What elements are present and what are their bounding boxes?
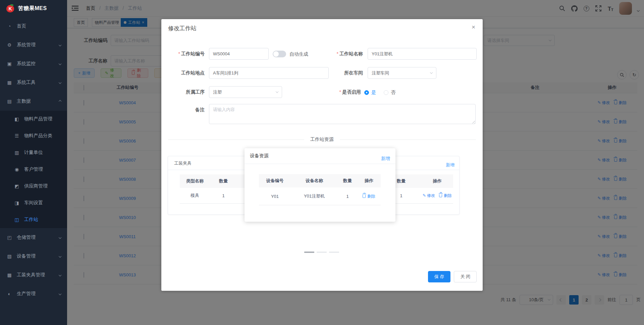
- right-row-delete-link[interactable]: 删除: [439, 193, 452, 199]
- process-label: 所属工序: [161, 86, 205, 98]
- dialog-footer: 保 存 关 闭: [428, 271, 477, 282]
- sidebar-item-warehouse[interactable]: ◰ 仓储管理: [0, 228, 67, 247]
- sidebar-item-label: 计量单位: [24, 150, 43, 156]
- sidebar-item-label: 生产管理: [17, 291, 36, 297]
- fixture-card-title: 工装夹具: [174, 160, 192, 166]
- carousel-dash[interactable]: [329, 252, 339, 253]
- chevron-down-icon: [430, 71, 433, 74]
- remark-textarea[interactable]: [209, 104, 476, 124]
- customer-icon: ◉: [14, 167, 19, 172]
- sidebar-item-production[interactable]: ◐ 生产管理: [0, 284, 67, 303]
- sidebar-item-equipment[interactable]: ▧ 设备管理: [0, 247, 67, 266]
- right-card-add-link[interactable]: 新增: [446, 162, 454, 168]
- trash-icon: [363, 195, 366, 198]
- code-label: *工作站编号: [161, 48, 205, 60]
- enabled-no-radio[interactable]: 否: [384, 90, 395, 96]
- toggle-icon: ◐: [7, 291, 12, 296]
- sidebar-item-measure-unit[interactable]: ▥ 计量单位: [0, 144, 67, 161]
- sidebar-item-label: 系统管理: [17, 42, 36, 48]
- trash-icon: [439, 194, 442, 197]
- sidebar-submenu-master-data: ◧ 物料产品管理 ☰ 物料产品分类 ▥ 计量单位 ◉ 客户管理 ◩ 供应商管理 …: [0, 111, 67, 228]
- sidebar-item-label: 设备管理: [17, 253, 36, 259]
- warehouse-icon: ◰: [7, 235, 12, 240]
- remark-label: 备注: [161, 104, 205, 116]
- chevron-down-icon: [59, 236, 62, 239]
- device-delete-link[interactable]: 删除: [357, 194, 381, 199]
- sidebar-item-material-category[interactable]: ☰ 物料产品分类: [0, 127, 67, 144]
- sidebar-item-label: 物料产品管理: [24, 116, 52, 122]
- device-table: 设备编号 设备名称 数量 操作 Y01 Y01注塑机 1 删除: [259, 174, 381, 205]
- sidebar-item-system-tools[interactable]: ▦ 系统工具: [0, 73, 67, 92]
- workshop-icon: ◨: [14, 200, 19, 206]
- chevron-down-icon: [59, 62, 62, 65]
- app-title: 苦糖果MES: [18, 5, 47, 12]
- sidebar-item-label: 主数据: [17, 98, 31, 104]
- sidebar-item-label: 工装夹具管理: [17, 272, 45, 278]
- workshop-label: 所在车间: [320, 67, 363, 79]
- chevron-down-icon: [59, 255, 62, 258]
- sidebar-item-workstation[interactable]: ◫ 工作站: [0, 211, 67, 228]
- enabled-yes-radio[interactable]: 是: [364, 90, 376, 96]
- sidebar-item-label: 首页: [17, 23, 26, 29]
- sidebar-item-material-product[interactable]: ◧ 物料产品管理: [0, 111, 67, 127]
- sidebar-item-label: 车间设置: [24, 200, 43, 206]
- dashboard-icon: ◔: [7, 23, 12, 29]
- sidebar-item-system-management[interactable]: ⚙ 系统管理: [0, 36, 67, 54]
- lock-icon: ▩: [7, 272, 12, 278]
- enabled-label: *是否启用: [318, 86, 361, 98]
- list-icon: ☰: [14, 133, 19, 139]
- device-panel-title: 设备资源: [250, 153, 269, 159]
- sidebar-item-label: 供应商管理: [24, 183, 48, 189]
- auto-generate-toggle[interactable]: [273, 51, 286, 57]
- name-label: *工作站名称: [320, 48, 363, 60]
- workstation-icon: ◫: [14, 217, 19, 222]
- app-logo-icon: K: [6, 4, 15, 13]
- carousel-dash-active[interactable]: [304, 252, 314, 253]
- workshop-select[interactable]: 注塑车间: [368, 67, 436, 79]
- sidebar-item-master-data[interactable]: ▤ 主数据: [0, 92, 67, 111]
- close-button[interactable]: 关 闭: [454, 271, 477, 282]
- code-input[interactable]: [209, 48, 269, 60]
- auto-generate-label: 自动生成: [289, 51, 308, 57]
- app-logo[interactable]: K 苦糖果MES: [0, 0, 67, 17]
- sidebar-item-label: 客户管理: [24, 166, 43, 172]
- process-select[interactable]: 注塑: [209, 86, 282, 98]
- dialog-close-icon[interactable]: ×: [472, 24, 475, 30]
- sidebar-item-label: 系统监控: [17, 61, 36, 67]
- sidebar-item-label: 物料产品分类: [24, 133, 52, 139]
- sidebar-item-fixture[interactable]: ▩ 工装夹具管理: [0, 266, 67, 284]
- location-input[interactable]: [209, 67, 329, 79]
- layers-icon: ▧: [7, 254, 12, 259]
- document-icon: ▤: [7, 99, 12, 104]
- carousel-dash[interactable]: [317, 252, 327, 253]
- sidebar-item-label: 工作站: [24, 217, 38, 223]
- sidebar-item-label: 仓储管理: [17, 234, 36, 240]
- chevron-down-icon: [276, 90, 279, 93]
- people-icon: ◩: [14, 183, 19, 189]
- sidebar-item-supplier[interactable]: ◩ 供应商管理: [0, 178, 67, 195]
- toolbox-icon: ▦: [7, 80, 12, 85]
- device-add-link[interactable]: 新增: [381, 156, 390, 162]
- name-input[interactable]: [368, 48, 477, 60]
- sidebar-item-customer[interactable]: ◉ 客户管理: [0, 161, 67, 178]
- right-row-edit-link[interactable]: ✎修改: [423, 193, 435, 199]
- chevron-down-icon: [59, 292, 62, 295]
- sidebar: K 苦糖果MES ◔ 首页 ⚙ 系统管理 ▣ 系统监控 ▦ 系统工具 ▤ 主数据…: [0, 0, 67, 325]
- chevron-up-icon: [59, 100, 62, 103]
- monitor-icon: ▣: [7, 61, 12, 66]
- section-title: 工作站资源: [304, 137, 340, 143]
- device-resource-panel: 设备资源 新增 设备编号 设备名称 数量 操作 Y01 Y01注塑机 1 删除: [245, 148, 395, 222]
- device-row: Y01 Y01注塑机 1 删除: [259, 187, 381, 205]
- notebook-icon: ▥: [14, 150, 19, 155]
- chevron-down-icon: [59, 44, 62, 47]
- sidebar-item-workshop[interactable]: ◨ 车间设置: [0, 195, 67, 211]
- panel-carousel-indicators: [304, 252, 339, 253]
- edit-workstation-dialog: 修改工作站 × *工作站编号 自动生成 *工作站名称 工作站地点 所在车间 注塑…: [161, 19, 483, 291]
- chevron-down-icon: [59, 274, 62, 277]
- radio-dot: [384, 90, 388, 95]
- sidebar-item-home[interactable]: ◔ 首页: [0, 17, 67, 36]
- save-button[interactable]: 保 存: [428, 271, 451, 282]
- sidebar-item-label: 系统工具: [17, 79, 36, 86]
- location-label: 工作站地点: [161, 67, 205, 79]
- sidebar-item-system-monitor[interactable]: ▣ 系统监控: [0, 54, 67, 73]
